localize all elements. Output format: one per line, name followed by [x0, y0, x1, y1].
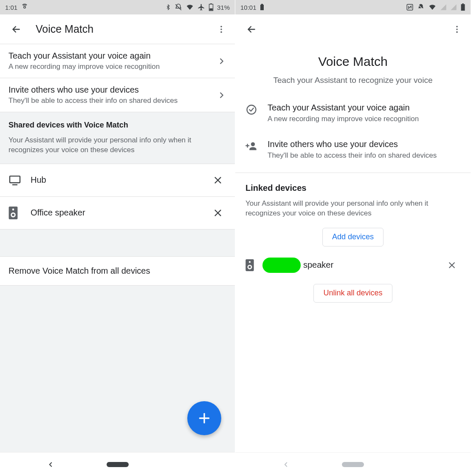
- invite-others-item[interactable]: Invite others who use your devices They'…: [0, 78, 235, 112]
- nav-bar: [0, 452, 235, 476]
- invite-title: Invite others who use your devices: [8, 85, 217, 95]
- svg-point-5: [220, 28, 222, 30]
- shared-title: Shared devices with Voice Match: [8, 121, 226, 130]
- nav-back-icon[interactable]: [47, 461, 54, 468]
- teach-voice-title: Teach your Assistant your voice again: [268, 103, 460, 113]
- chevron-right-icon: [217, 91, 226, 100]
- page-subtitle: Teach your Assistant to recognize your v…: [235, 73, 471, 95]
- svg-rect-3: [209, 8, 212, 11]
- display-icon: [8, 175, 31, 185]
- status-time: 1:01: [5, 4, 17, 11]
- svg-point-32: [248, 266, 251, 268]
- page-title: Voice Match: [235, 44, 471, 73]
- bell-off-icon: [175, 3, 182, 11]
- add-devices-label: Add devices: [332, 232, 374, 241]
- svg-point-26: [456, 31, 458, 33]
- signal-icon: [440, 4, 447, 11]
- section-gap: [0, 230, 235, 257]
- nav-home-pill[interactable]: [107, 462, 129, 467]
- linked-desc: Your Assistant will provide your persona…: [245, 199, 460, 218]
- svg-point-25: [456, 28, 458, 30]
- back-button[interactable]: [7, 20, 25, 39]
- svg-rect-23: [462, 3, 464, 4]
- svg-rect-22: [461, 4, 465, 11]
- status-bar: 10:01: [235, 0, 471, 14]
- nav-bar: [235, 452, 471, 476]
- teach-voice-sub: A new recording may improve voice recogn…: [8, 62, 217, 71]
- bell-off-icon: [417, 3, 425, 11]
- overflow-menu[interactable]: [212, 20, 231, 39]
- teach-voice-item[interactable]: Teach your Assistant your voice again A …: [235, 95, 471, 132]
- app-bar: Voice Match: [0, 14, 235, 44]
- device-row-speaker[interactable]: Office speaker: [0, 197, 235, 230]
- battery-full-icon: [460, 3, 465, 11]
- status-time: 10:01: [240, 4, 257, 11]
- shared-desc: Your Assistant will provide your persona…: [8, 136, 226, 155]
- svg-point-30: [249, 261, 251, 263]
- invite-title: Invite others who use your devices: [268, 139, 460, 149]
- speaker-icon: [245, 259, 262, 271]
- remove-all-item[interactable]: Remove Voice Match from all devices: [0, 257, 235, 286]
- svg-point-12: [12, 208, 14, 210]
- remove-all-label: Remove Voice Match from all devices: [8, 266, 150, 275]
- svg-point-6: [220, 31, 222, 33]
- linked-device-row[interactable]: speaker: [235, 252, 471, 278]
- remove-device-button[interactable]: [443, 257, 460, 274]
- wifi-icon: [186, 4, 194, 11]
- content-rest: [0, 286, 235, 452]
- svg-point-28: [251, 142, 255, 146]
- device-row-hub[interactable]: Hub: [0, 164, 235, 197]
- teach-voice-sub: A new recording may improve voice recogn…: [268, 114, 460, 124]
- shared-devices-section: Shared devices with Voice Match Your Ass…: [0, 112, 235, 164]
- app-bar: [235, 14, 471, 44]
- phone-right: 10:01 Voice Match Teach your Assistant t…: [235, 0, 471, 476]
- speaker-icon: [8, 207, 31, 219]
- chevron-right-icon: [217, 57, 226, 66]
- remove-device-button[interactable]: [209, 204, 226, 221]
- svg-rect-19: [260, 5, 264, 10]
- invite-sub: They'll be able to access their info on …: [8, 96, 217, 105]
- linked-devices-section: Linked devices Your Assistant will provi…: [235, 173, 471, 222]
- phone-left: 1:01 31% Voice Match Teach your Assistan…: [0, 0, 235, 476]
- svg-point-0: [24, 6, 26, 8]
- nfc-icon: [406, 3, 414, 11]
- add-devices-button[interactable]: Add devices: [322, 228, 384, 246]
- battery-percent: 31%: [217, 4, 230, 11]
- invite-sub: They'll be able to access their info on …: [268, 151, 460, 161]
- add-fab[interactable]: [187, 401, 221, 435]
- redacted-badge: [262, 258, 301, 273]
- nav-home-pill[interactable]: [342, 462, 364, 467]
- linked-title: Linked devices: [245, 183, 460, 193]
- teach-voice-item[interactable]: Teach your Assistant your voice again A …: [0, 44, 235, 78]
- svg-rect-2: [210, 3, 212, 4]
- svg-rect-20: [261, 4, 263, 5]
- unlink-all-button[interactable]: Unlink all devices: [313, 284, 392, 303]
- bluetooth-icon: [165, 3, 171, 11]
- checkmark-circle-icon: [245, 103, 268, 116]
- battery-charge-small-icon: [260, 4, 264, 11]
- signal-icon: [450, 4, 457, 11]
- battery-icon: [209, 3, 214, 11]
- page-title: Voice Match: [36, 23, 212, 35]
- svg-rect-7: [10, 176, 20, 183]
- teach-voice-title: Teach your Assistant your voice again: [8, 51, 217, 61]
- antenna-icon: [21, 3, 28, 11]
- device-name: Office speaker: [31, 208, 209, 218]
- svg-point-4: [220, 26, 222, 27]
- device-name: Hub: [31, 175, 209, 185]
- airplane-icon: [197, 3, 205, 11]
- back-button[interactable]: [242, 20, 261, 39]
- svg-point-14: [12, 214, 14, 216]
- content-rest: [235, 309, 471, 452]
- person-add-icon: [245, 139, 268, 152]
- invite-others-item[interactable]: Invite others who use your devices They'…: [235, 132, 471, 168]
- overflow-menu[interactable]: [448, 20, 466, 39]
- svg-point-27: [247, 105, 256, 114]
- nav-back-icon[interactable]: [282, 461, 290, 468]
- svg-point-24: [456, 26, 458, 28]
- remove-device-button[interactable]: [209, 172, 226, 189]
- device-name-suffix: speaker: [303, 260, 443, 270]
- unlink-all-label: Unlink all devices: [323, 289, 382, 298]
- status-bar: 1:01 31%: [0, 0, 235, 14]
- wifi-icon: [428, 4, 437, 11]
